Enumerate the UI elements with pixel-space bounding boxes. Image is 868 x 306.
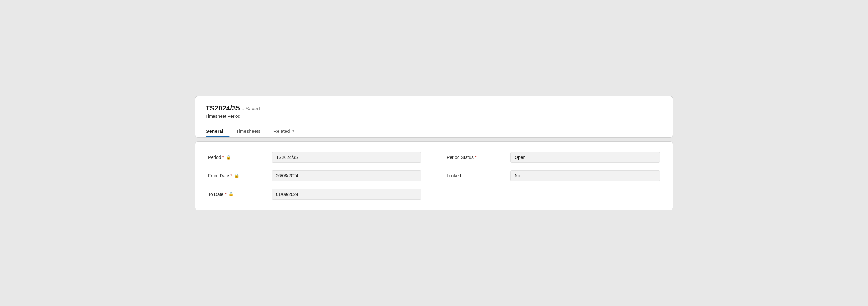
to-date-lock-icon: 🔒 — [228, 192, 234, 197]
period-input[interactable] — [272, 152, 421, 163]
tab-timesheets[interactable]: Timesheets — [230, 125, 267, 137]
form-right: Period Status * Locked — [447, 152, 660, 200]
to-date-input[interactable] — [272, 189, 421, 200]
chevron-down-icon: ∨ — [292, 129, 294, 133]
tab-general[interactable]: General — [206, 125, 230, 137]
form-grid: Period * 🔒 From Date * 🔒 — [208, 152, 660, 200]
period-status-row: Period Status * — [447, 152, 660, 163]
form-left: Period * 🔒 From Date * 🔒 — [208, 152, 421, 200]
period-status-label: Period Status * — [447, 155, 510, 160]
header-card: TS2024/35 - Saved Timesheet Period Gener… — [195, 96, 673, 138]
from-date-required-star: * — [230, 173, 232, 178]
locked-row: Locked — [447, 170, 660, 181]
tab-related[interactable]: Related ∨ — [267, 125, 301, 137]
to-date-label: To Date * 🔒 — [208, 192, 272, 197]
to-date-required-star: * — [225, 192, 226, 197]
period-lock-icon: 🔒 — [226, 155, 231, 160]
from-date-label: From Date * 🔒 — [208, 173, 272, 178]
to-date-row: To Date * 🔒 — [208, 189, 421, 200]
period-status-required-star: * — [475, 155, 476, 160]
from-date-row: From Date * 🔒 — [208, 170, 421, 181]
period-status-input[interactable] — [510, 152, 660, 163]
header-section: TS2024/35 - Saved Timesheet Period Gener… — [195, 97, 673, 137]
period-row: Period * 🔒 — [208, 152, 421, 163]
page-wrapper: TS2024/35 - Saved Timesheet Period Gener… — [195, 96, 673, 210]
from-date-input[interactable] — [272, 170, 421, 181]
record-id: TS2024/35 — [206, 104, 240, 112]
locked-input[interactable] — [510, 170, 660, 181]
period-label: Period * 🔒 — [208, 155, 272, 160]
form-card: Period * 🔒 From Date * 🔒 — [195, 141, 673, 210]
record-title-row: TS2024/35 - Saved — [206, 104, 662, 112]
from-date-lock-icon: 🔒 — [234, 173, 239, 178]
record-status: - Saved — [243, 106, 260, 112]
tabs-row: General Timesheets Related ∨ — [206, 125, 662, 137]
locked-label: Locked — [447, 173, 510, 178]
record-type: Timesheet Period — [206, 114, 662, 119]
period-required-star: * — [222, 155, 224, 160]
